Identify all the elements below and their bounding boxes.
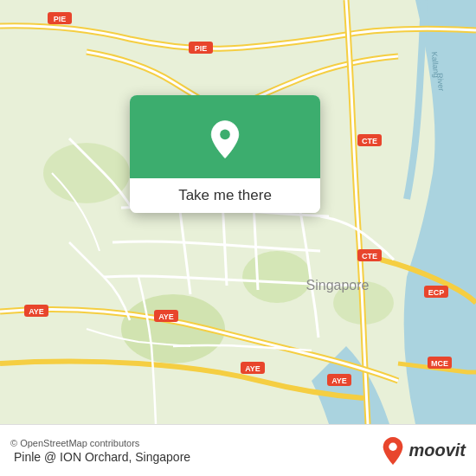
moovit-logo: moovit [381, 436, 466, 466]
svg-text:PIE: PIE [195, 44, 208, 53]
svg-text:ECP: ECP [428, 288, 445, 297]
svg-text:AYE: AYE [29, 307, 44, 316]
popup-header [130, 95, 320, 178]
svg-point-29 [389, 442, 397, 450]
svg-text:PIE: PIE [54, 15, 67, 23]
svg-text:CTE: CTE [362, 137, 377, 145]
svg-text:MCE: MCE [431, 359, 448, 368]
svg-text:AYE: AYE [245, 364, 261, 373]
map-view[interactable]: PIE PIE CTE CTE AYE AYE AYE AYE ECP MCE … [0, 0, 476, 424]
bottom-bar: © OpenStreetMap contributors Pinle @ ION… [0, 424, 476, 476]
moovit-brand-name: moovit [408, 441, 466, 460]
svg-text:CTE: CTE [362, 252, 377, 261]
location-pin-icon [204, 119, 246, 161]
svg-text:AYE: AYE [331, 376, 347, 385]
moovit-pin-icon [381, 436, 405, 466]
svg-point-28 [220, 130, 230, 140]
svg-text:Singapore: Singapore [306, 278, 370, 293]
take-me-there-button[interactable]: Take me there [130, 178, 320, 213]
location-label: Pinle @ ION Orchard, Singapore [10, 450, 381, 464]
svg-text:AYE: AYE [158, 312, 174, 321]
location-popup: Take me there [130, 95, 320, 213]
svg-text:River: River [435, 73, 446, 92]
svg-point-3 [43, 143, 130, 203]
map-attribution: © OpenStreetMap contributors [10, 438, 381, 448]
svg-point-2 [242, 251, 312, 303]
